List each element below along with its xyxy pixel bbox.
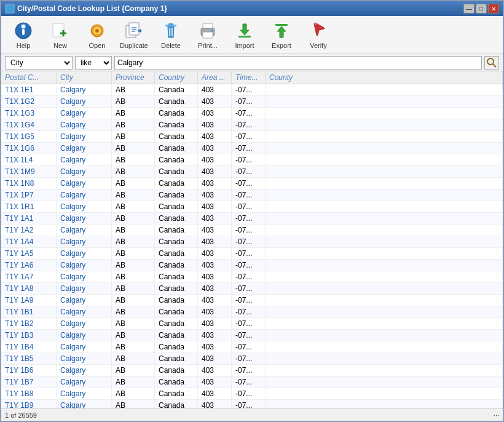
- cell-province: AB: [112, 225, 155, 236]
- export-icon: [272, 21, 291, 41]
- cell-postal: T1X 1R1: [1, 201, 57, 212]
- cell-postal: T1Y 1B9: [1, 400, 57, 408]
- cell-postal: T1X 1G4: [1, 119, 57, 130]
- open-icon: [87, 21, 107, 41]
- print-label: Print...: [198, 42, 218, 49]
- cell-area: 403: [198, 283, 232, 294]
- new-button[interactable]: New: [43, 19, 77, 51]
- cell-postal: T1X 1L4: [1, 154, 57, 165]
- table-row[interactable]: T1Y 1A7 Calgary AB Canada 403 -07...: [1, 271, 503, 283]
- table-row[interactable]: T1X 1G6 Calgary AB Canada 403 -07...: [1, 143, 503, 154]
- cell-county: [266, 236, 503, 247]
- cell-area: 403: [198, 96, 232, 107]
- cell-county: [266, 119, 503, 130]
- cell-country: Canada: [155, 201, 198, 212]
- cell-city: Calgary: [57, 131, 112, 142]
- cell-province: AB: [112, 376, 155, 388]
- table-row[interactable]: T1Y 1A1 Calgary AB Canada 403 -07...: [1, 213, 503, 225]
- table-row[interactable]: T1Y 1B2 Calgary AB Canada 403 -07...: [1, 318, 503, 330]
- cell-county: [266, 283, 503, 294]
- window-icon: 🌐: [5, 4, 15, 14]
- cell-area: 403: [198, 119, 232, 130]
- table-row[interactable]: T1Y 1B9 Calgary AB Canada 403 -07...: [1, 400, 503, 408]
- cell-city: Calgary: [57, 166, 112, 177]
- col-header-county: County: [266, 71, 503, 84]
- table-header: Postal C... City Province Country Area .…: [1, 71, 503, 84]
- verify-icon: [309, 21, 328, 41]
- col-header-time: Time...: [232, 71, 266, 84]
- table-row[interactable]: T1X 1L4 Calgary AB Canada 403 -07...: [1, 154, 503, 166]
- cell-time: -07...: [232, 330, 266, 341]
- cell-time: -07...: [232, 376, 266, 388]
- close-button[interactable]: ✕: [488, 4, 499, 14]
- table-row[interactable]: T1Y 1A8 Calgary AB Canada 403 -07...: [1, 283, 503, 295]
- search-operator-select[interactable]: like = starts with contains: [75, 56, 112, 70]
- search-field-select[interactable]: City Postal Code Province Country Area C…: [5, 56, 73, 70]
- title-bar: 🌐 City/Postal Code Lookup List {Company …: [1, 1, 503, 16]
- open-button[interactable]: Open: [80, 19, 114, 51]
- cell-city: Calgary: [57, 119, 112, 130]
- table-row[interactable]: T1Y 1B4 Calgary AB Canada 403 -07...: [1, 341, 503, 353]
- cell-city: Calgary: [57, 236, 112, 247]
- cell-city: Calgary: [57, 213, 112, 224]
- cell-area: 403: [198, 189, 232, 201]
- table-row[interactable]: T1X 1R1 Calgary AB Canada 403 -07...: [1, 201, 503, 213]
- table-row[interactable]: T1Y 1A4 Calgary AB Canada 403 -07...: [1, 236, 503, 248]
- verify-label: Verify: [310, 42, 327, 49]
- table-row[interactable]: T1Y 1B6 Calgary AB Canada 403 -07...: [1, 365, 503, 376]
- table-row[interactable]: T1Y 1B7 Calgary AB Canada 403 -07...: [1, 376, 503, 388]
- cell-province: AB: [112, 330, 155, 341]
- table-row[interactable]: T1X 1P7 Calgary AB Canada 403 -07...: [1, 189, 503, 201]
- cell-time: -07...: [232, 84, 266, 95]
- cell-area: 403: [198, 388, 232, 399]
- cell-city: Calgary: [57, 353, 112, 364]
- verify-button[interactable]: Verify: [301, 19, 336, 51]
- cell-province: AB: [112, 201, 155, 212]
- table-row[interactable]: T1Y 1B3 Calgary AB Canada 403 -07...: [1, 330, 503, 341]
- cell-country: Canada: [155, 119, 198, 130]
- cell-postal: T1Y 1A1: [1, 213, 57, 224]
- cell-province: AB: [112, 318, 155, 329]
- minimize-button[interactable]: —: [463, 4, 474, 14]
- cell-time: -07...: [232, 154, 266, 165]
- svg-marker-25: [240, 24, 249, 35]
- cell-country: Canada: [155, 143, 198, 154]
- cell-country: Canada: [155, 260, 198, 271]
- col-header-postal: Postal C...: [1, 71, 57, 84]
- table-row[interactable]: T1X 1G2 Calgary AB Canada 403 -07...: [1, 96, 503, 108]
- cell-county: [266, 154, 503, 165]
- table-row[interactable]: T1Y 1B1 Calgary AB Canada 403 -07...: [1, 306, 503, 318]
- table-row[interactable]: T1X 1G4 Calgary AB Canada 403 -07...: [1, 119, 503, 131]
- table-row[interactable]: T1X 1E1 Calgary AB Canada 403 -07...: [1, 84, 503, 96]
- cell-postal: T1Y 1B8: [1, 388, 57, 399]
- table-row[interactable]: T1Y 1A5 Calgary AB Canada 403 -07...: [1, 248, 503, 260]
- table-row[interactable]: T1Y 1A6 Calgary AB Canada 403 -07...: [1, 260, 503, 271]
- cell-province: AB: [112, 189, 155, 201]
- maximize-button[interactable]: □: [476, 4, 487, 14]
- table-row[interactable]: T1Y 1B5 Calgary AB Canada 403 -07...: [1, 353, 503, 365]
- cell-time: -07...: [232, 108, 266, 119]
- export-button[interactable]: Export: [264, 19, 299, 51]
- table-row[interactable]: T1Y 1A2 Calgary AB Canada 403 -07...: [1, 225, 503, 236]
- delete-icon: [161, 21, 181, 41]
- import-button[interactable]: Import: [227, 19, 262, 51]
- import-icon: [235, 21, 254, 41]
- delete-button[interactable]: Delete: [154, 19, 188, 51]
- print-button[interactable]: Print...: [191, 19, 225, 51]
- help-button[interactable]: Help: [6, 19, 41, 51]
- table-row[interactable]: T1Y 1B8 Calgary AB Canada 403 -07...: [1, 388, 503, 400]
- search-input[interactable]: [114, 56, 482, 70]
- cell-city: Calgary: [57, 271, 112, 282]
- cell-country: Canada: [155, 388, 198, 399]
- table-row[interactable]: T1Y 1A9 Calgary AB Canada 403 -07...: [1, 295, 503, 306]
- cell-city: Calgary: [57, 201, 112, 212]
- cell-province: AB: [112, 260, 155, 271]
- duplicate-button[interactable]: Duplicate: [117, 19, 151, 51]
- search-go-button[interactable]: [484, 56, 499, 70]
- cell-area: 403: [198, 271, 232, 282]
- table-row[interactable]: T1X 1G5 Calgary AB Canada 403 -07...: [1, 131, 503, 143]
- table-row[interactable]: T1X 1M9 Calgary AB Canada 403 -07...: [1, 166, 503, 178]
- table-row[interactable]: T1X 1N8 Calgary AB Canada 403 -07...: [1, 178, 503, 189]
- cell-time: -07...: [232, 236, 266, 247]
- table-row[interactable]: T1X 1G3 Calgary AB Canada 403 -07...: [1, 108, 503, 119]
